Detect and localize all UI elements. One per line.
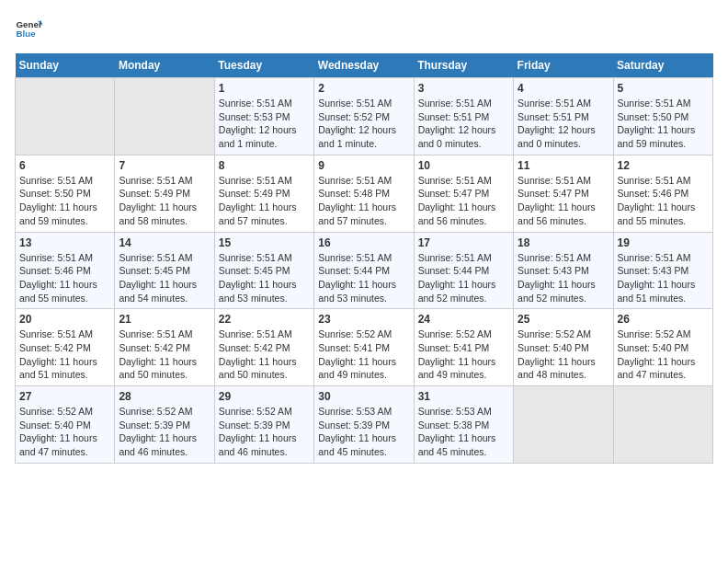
calendar-cell [514, 386, 613, 464]
day-number: 27 [19, 390, 110, 403]
svg-text:General: General [17, 19, 43, 29]
page-header: General Blue [15, 15, 713, 42]
calendar-cell: 29Sunrise: 5:52 AM Sunset: 5:39 PM Dayli… [214, 386, 313, 464]
calendar-week-row: 27Sunrise: 5:52 AM Sunset: 5:40 PM Dayli… [16, 386, 713, 464]
weekday-header-row: SundayMondayTuesdayWednesdayThursdayFrid… [16, 53, 713, 78]
calendar-cell: 17Sunrise: 5:51 AM Sunset: 5:44 PM Dayli… [414, 232, 513, 309]
calendar-cell: 10Sunrise: 5:51 AM Sunset: 5:47 PM Dayli… [414, 155, 513, 232]
day-number: 6 [19, 159, 110, 172]
calendar-cell: 2Sunrise: 5:51 AM Sunset: 5:52 PM Daylig… [314, 78, 414, 155]
calendar-cell [115, 78, 214, 155]
calendar-cell: 14Sunrise: 5:51 AM Sunset: 5:45 PM Dayli… [115, 232, 214, 309]
weekday-header-tuesday: Tuesday [214, 53, 313, 78]
day-number: 22 [219, 313, 310, 326]
day-info: Sunrise: 5:51 AM Sunset: 5:44 PM Dayligh… [418, 251, 509, 305]
day-info: Sunrise: 5:53 AM Sunset: 5:39 PM Dayligh… [318, 405, 409, 459]
svg-text:Blue: Blue [17, 29, 37, 39]
calendar-table: SundayMondayTuesdayWednesdayThursdayFrid… [15, 53, 713, 464]
day-number: 13 [19, 236, 110, 249]
calendar-cell: 16Sunrise: 5:51 AM Sunset: 5:44 PM Dayli… [314, 232, 414, 309]
calendar-cell: 22Sunrise: 5:51 AM Sunset: 5:42 PM Dayli… [214, 309, 313, 386]
day-info: Sunrise: 5:52 AM Sunset: 5:40 PM Dayligh… [19, 405, 110, 459]
day-number: 31 [418, 390, 509, 403]
day-number: 2 [318, 82, 409, 95]
calendar-cell: 26Sunrise: 5:52 AM Sunset: 5:40 PM Dayli… [613, 309, 712, 386]
day-info: Sunrise: 5:51 AM Sunset: 5:46 PM Dayligh… [19, 251, 110, 305]
calendar-cell [613, 386, 712, 464]
day-info: Sunrise: 5:51 AM Sunset: 5:43 PM Dayligh… [518, 251, 609, 305]
day-info: Sunrise: 5:51 AM Sunset: 5:46 PM Dayligh… [618, 174, 709, 228]
day-number: 21 [119, 313, 210, 326]
calendar-cell: 27Sunrise: 5:52 AM Sunset: 5:40 PM Dayli… [16, 386, 115, 464]
calendar-cell: 1Sunrise: 5:51 AM Sunset: 5:53 PM Daylig… [214, 78, 313, 155]
day-number: 1 [219, 82, 310, 95]
day-number: 10 [418, 159, 509, 172]
day-info: Sunrise: 5:51 AM Sunset: 5:48 PM Dayligh… [318, 174, 409, 228]
day-number: 16 [318, 236, 409, 249]
day-info: Sunrise: 5:51 AM Sunset: 5:45 PM Dayligh… [119, 251, 210, 305]
day-info: Sunrise: 5:52 AM Sunset: 5:41 PM Dayligh… [418, 327, 509, 382]
day-info: Sunrise: 5:51 AM Sunset: 5:44 PM Dayligh… [318, 251, 409, 305]
calendar-week-row: 1Sunrise: 5:51 AM Sunset: 5:53 PM Daylig… [16, 78, 713, 155]
day-number: 7 [119, 159, 210, 172]
day-info: Sunrise: 5:51 AM Sunset: 5:52 PM Dayligh… [318, 97, 409, 151]
day-info: Sunrise: 5:51 AM Sunset: 5:43 PM Dayligh… [618, 251, 709, 305]
calendar-cell: 6Sunrise: 5:51 AM Sunset: 5:50 PM Daylig… [16, 155, 115, 232]
day-number: 18 [518, 236, 609, 249]
calendar-cell: 15Sunrise: 5:51 AM Sunset: 5:45 PM Dayli… [214, 232, 313, 309]
day-number: 29 [219, 390, 310, 403]
weekday-header-monday: Monday [115, 53, 214, 78]
calendar-week-row: 13Sunrise: 5:51 AM Sunset: 5:46 PM Dayli… [16, 232, 713, 309]
day-number: 28 [119, 390, 210, 403]
day-info: Sunrise: 5:51 AM Sunset: 5:49 PM Dayligh… [119, 174, 210, 228]
day-info: Sunrise: 5:51 AM Sunset: 5:51 PM Dayligh… [518, 97, 609, 151]
day-number: 30 [318, 390, 409, 403]
calendar-cell: 20Sunrise: 5:51 AM Sunset: 5:42 PM Dayli… [16, 309, 115, 386]
day-number: 8 [219, 159, 310, 172]
calendar-cell: 21Sunrise: 5:51 AM Sunset: 5:42 PM Dayli… [115, 309, 214, 386]
day-number: 4 [518, 82, 609, 95]
day-info: Sunrise: 5:51 AM Sunset: 5:42 PM Dayligh… [19, 327, 110, 382]
calendar-cell: 11Sunrise: 5:51 AM Sunset: 5:47 PM Dayli… [514, 155, 613, 232]
calendar-week-row: 20Sunrise: 5:51 AM Sunset: 5:42 PM Dayli… [16, 309, 713, 386]
day-info: Sunrise: 5:52 AM Sunset: 5:41 PM Dayligh… [318, 327, 409, 382]
calendar-cell: 12Sunrise: 5:51 AM Sunset: 5:46 PM Dayli… [613, 155, 712, 232]
calendar-cell: 13Sunrise: 5:51 AM Sunset: 5:46 PM Dayli… [16, 232, 115, 309]
calendar-cell: 5Sunrise: 5:51 AM Sunset: 5:50 PM Daylig… [613, 78, 712, 155]
day-number: 24 [418, 313, 509, 326]
calendar-cell: 3Sunrise: 5:51 AM Sunset: 5:51 PM Daylig… [414, 78, 513, 155]
day-number: 3 [418, 82, 509, 95]
day-info: Sunrise: 5:51 AM Sunset: 5:42 PM Dayligh… [219, 327, 310, 382]
day-info: Sunrise: 5:53 AM Sunset: 5:38 PM Dayligh… [418, 405, 509, 459]
day-info: Sunrise: 5:52 AM Sunset: 5:40 PM Dayligh… [518, 327, 609, 382]
calendar-cell [16, 78, 115, 155]
logo: General Blue [15, 15, 46, 42]
day-info: Sunrise: 5:51 AM Sunset: 5:47 PM Dayligh… [518, 174, 609, 228]
calendar-cell: 19Sunrise: 5:51 AM Sunset: 5:43 PM Dayli… [613, 232, 712, 309]
day-info: Sunrise: 5:52 AM Sunset: 5:39 PM Dayligh… [219, 405, 310, 459]
logo-icon: General Blue [15, 15, 42, 42]
day-number: 25 [518, 313, 609, 326]
calendar-cell: 9Sunrise: 5:51 AM Sunset: 5:48 PM Daylig… [314, 155, 414, 232]
day-info: Sunrise: 5:51 AM Sunset: 5:50 PM Dayligh… [19, 174, 110, 228]
day-info: Sunrise: 5:51 AM Sunset: 5:42 PM Dayligh… [119, 327, 210, 382]
day-number: 20 [19, 313, 110, 326]
calendar-cell: 25Sunrise: 5:52 AM Sunset: 5:40 PM Dayli… [514, 309, 613, 386]
weekday-header-sunday: Sunday [16, 53, 115, 78]
calendar-cell: 4Sunrise: 5:51 AM Sunset: 5:51 PM Daylig… [514, 78, 613, 155]
day-info: Sunrise: 5:51 AM Sunset: 5:51 PM Dayligh… [418, 97, 509, 151]
calendar-cell: 28Sunrise: 5:52 AM Sunset: 5:39 PM Dayli… [115, 386, 214, 464]
day-info: Sunrise: 5:51 AM Sunset: 5:50 PM Dayligh… [618, 97, 709, 151]
day-number: 14 [119, 236, 210, 249]
day-number: 23 [318, 313, 409, 326]
weekday-header-thursday: Thursday [414, 53, 513, 78]
day-number: 5 [618, 82, 709, 95]
day-info: Sunrise: 5:51 AM Sunset: 5:49 PM Dayligh… [219, 174, 310, 228]
day-info: Sunrise: 5:52 AM Sunset: 5:40 PM Dayligh… [618, 327, 709, 382]
weekday-header-saturday: Saturday [613, 53, 712, 78]
weekday-header-friday: Friday [514, 53, 613, 78]
calendar-cell: 30Sunrise: 5:53 AM Sunset: 5:39 PM Dayli… [314, 386, 414, 464]
day-info: Sunrise: 5:51 AM Sunset: 5:53 PM Dayligh… [219, 97, 310, 151]
calendar-cell: 24Sunrise: 5:52 AM Sunset: 5:41 PM Dayli… [414, 309, 513, 386]
day-number: 12 [618, 159, 709, 172]
